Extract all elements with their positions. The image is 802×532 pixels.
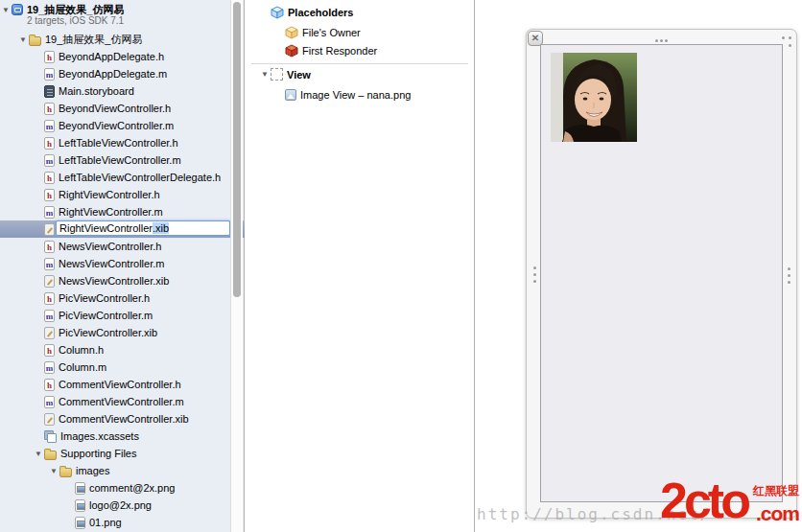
png-icon (75, 517, 85, 529)
rename-field[interactable]: RightViewController.xib (56, 220, 230, 236)
nav-row-beyondappdelegate.h[interactable]: hBeyondAppDelegate.h (0, 48, 245, 65)
disclosure-triangle-icon[interactable]: ▼ (17, 35, 29, 44)
nav-row-19_抽屉效果_仿网易[interactable]: ▼19_抽屉效果_仿网易 (0, 31, 245, 48)
xcassets-icon (44, 430, 57, 443)
view-icon (271, 68, 283, 81)
disclosure-triangle-icon[interactable]: ▼ (0, 6, 12, 14)
outline-row-first-responder[interactable]: First Responder (246, 41, 474, 59)
nav-row-comment@2x.png[interactable]: comment@2x.png (0, 479, 245, 497)
nav-row-beyondviewcontroller.h[interactable]: hBeyondViewController.h (0, 100, 245, 117)
owner-icon (285, 26, 298, 39)
row-label: NewsViewController.h (59, 241, 161, 252)
drag-handle-dot[interactable] (660, 39, 663, 42)
navigator-scrollbar[interactable] (230, 0, 243, 532)
xib-icon (44, 413, 55, 426)
resize-handle-dot[interactable] (782, 36, 785, 39)
indent-spacer (0, 246, 33, 247)
outline-row-placeholders[interactable]: Placeholders (246, 3, 474, 21)
nav-row-picviewcontroller.m[interactable]: mPicViewController.m (0, 307, 245, 324)
resize-handle-dot[interactable] (533, 273, 536, 276)
outline-row-file-s-owner[interactable]: File's Owner (246, 23, 474, 41)
m-icon: m (44, 206, 55, 219)
row-label: 01.png (89, 517, 122, 528)
resize-handle-dot[interactable] (788, 281, 790, 284)
nav-row-column.m[interactable]: mColumn.m (0, 359, 245, 376)
outline-row-image-view-nana.png[interactable]: Image View – nana.png (246, 85, 474, 104)
row-label: Placeholders (288, 7, 353, 18)
nav-row-commentviewcontroller.xib[interactable]: CommentViewController.xib (0, 410, 245, 428)
disclosure-triangle-icon[interactable]: ▼ (259, 70, 271, 79)
indent-spacer (0, 333, 33, 334)
h-icon: h (44, 103, 55, 115)
resize-handle-dot[interactable] (788, 267, 790, 270)
nav-row-picviewcontroller.xib[interactable]: PicViewController.xib (0, 324, 245, 341)
row-label: LeftTableViewController.h (59, 137, 178, 149)
nav-row-beyondappdelegate.m[interactable]: mBeyondAppDelegate.m (0, 65, 245, 82)
row-label: BeyondAppDelegate.m (59, 68, 167, 80)
project-row[interactable]: ▼ 19_抽屉效果_仿网易 2 targets, iOS SDK 7.1 (0, 0, 245, 29)
indent-spacer (0, 350, 33, 351)
resize-handle-dot[interactable] (788, 274, 790, 277)
image-view-nana[interactable] (551, 53, 637, 142)
nav-row-newsviewcontroller.xib[interactable]: NewsViewController.xib (0, 272, 245, 289)
h-icon: h (44, 172, 55, 184)
row-label: NewsViewController.xib (59, 275, 169, 287)
indent-spacer (0, 39, 17, 40)
drag-handle-dot[interactable] (655, 39, 658, 42)
nav-row-images.xcassets[interactable]: Images.xcassets (0, 428, 245, 445)
disclosure-triangle-icon[interactable]: ▼ (33, 450, 44, 458)
row-label: View (287, 69, 311, 81)
indent-spacer (246, 94, 273, 95)
row-label: BeyondAppDelegate.h (59, 51, 164, 62)
uiview[interactable] (540, 44, 783, 502)
nav-row-rightviewcontroller.h[interactable]: hRightViewController.h (0, 186, 245, 203)
resize-handle-dot[interactable] (533, 280, 536, 283)
row-label: First Responder (302, 45, 377, 57)
row-label: LeftTableViewController.m (59, 154, 181, 166)
row-label: CommentViewController.m (59, 396, 184, 407)
indent-spacer (0, 488, 63, 489)
ib-view-window[interactable]: ✕ (526, 29, 797, 519)
placeholders-icon (271, 6, 284, 19)
outline-row-view[interactable]: ▼View (246, 65, 474, 83)
m-icon: m (44, 120, 55, 132)
row-label: Column.h (59, 344, 104, 356)
nav-row-lefttableviewcontroller.h[interactable]: hLeftTableViewController.h (0, 134, 245, 151)
drag-handle-dot[interactable] (665, 39, 668, 42)
responder-icon (285, 44, 298, 58)
nav-row-commentviewcontroller.m[interactable]: mCommentViewController.m (0, 393, 245, 410)
nav-row-newsviewcontroller.h[interactable]: hNewsViewController.h (0, 238, 245, 255)
m-icon: m (44, 310, 55, 322)
nav-row-main.storyboard[interactable]: Main.storyboard (0, 82, 245, 100)
disclosure-triangle-icon[interactable]: ▼ (48, 467, 59, 475)
nav-row-picviewcontroller.h[interactable]: hPicViewController.h (0, 289, 245, 307)
m-icon: m (44, 361, 55, 374)
xib-icon (44, 327, 55, 339)
resize-handle-dot[interactable] (789, 44, 791, 47)
nav-row-logo@2x.png[interactable]: logo@2x.png (0, 497, 245, 514)
nav-row-commentviewcontroller.h[interactable]: hCommentViewController.h (0, 376, 245, 393)
resize-handle-dot[interactable] (789, 36, 791, 39)
nav-row-beyondviewcontroller.m[interactable]: mBeyondViewController.m (0, 117, 245, 134)
indent-spacer (246, 74, 259, 75)
scrollbar-thumb[interactable] (233, 2, 241, 297)
indent-spacer (246, 12, 259, 12)
nav-row-rightviewcontroller.xib[interactable]: RightViewController.xib (0, 220, 245, 238)
indent-spacer (0, 453, 33, 454)
nav-row-rightviewcontroller.m[interactable]: mRightViewController.m (0, 203, 245, 220)
nav-row-images[interactable]: ▼images (0, 462, 245, 479)
h-icon: h (44, 137, 55, 150)
nav-row-01.png[interactable]: 01.png (0, 514, 245, 531)
indent-spacer (0, 384, 33, 385)
nav-row-column.h[interactable]: hColumn.h (0, 341, 245, 359)
rename-extension-selected: .xib (153, 222, 169, 234)
nav-row-newsviewcontroller.m[interactable]: mNewsViewController.m (0, 255, 245, 272)
row-label: PicViewController.xib (59, 327, 157, 338)
nav-row-lefttableviewcontroller.m[interactable]: mLeftTableViewController.m (0, 151, 245, 169)
resize-handle-dot[interactable] (533, 266, 536, 269)
nav-row-lefttableviewcontrollerdelegate.h[interactable]: hLeftTableViewControllerDelegate.h (0, 169, 245, 186)
2cto-logo-tld: .com (756, 502, 799, 525)
nav-row-supporting-files[interactable]: ▼Supporting Files (0, 445, 245, 462)
indent-spacer (0, 505, 63, 506)
rename-basename: RightViewController (59, 222, 153, 234)
